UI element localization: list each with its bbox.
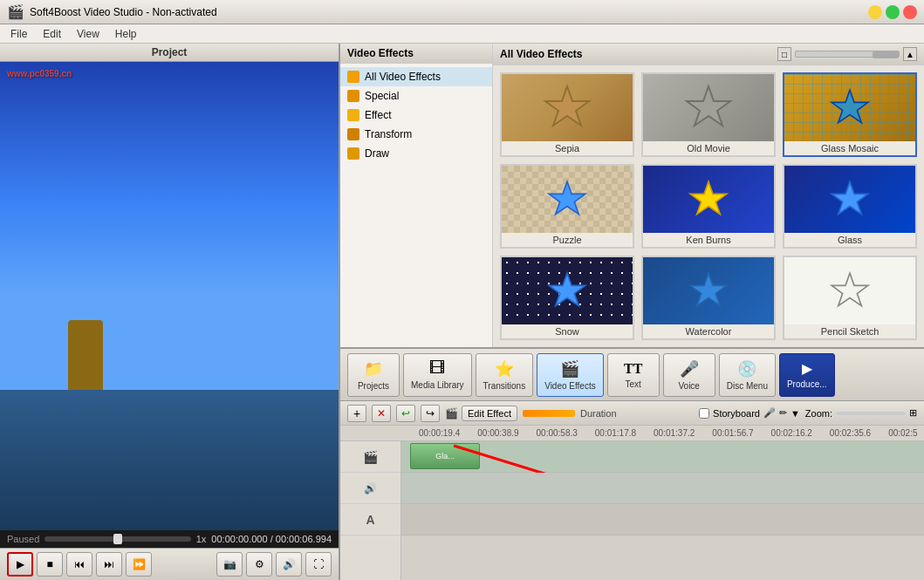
fullscreen-button[interactable]: ⛶ [305,552,332,577]
category-effect-icon [347,109,359,121]
track-labels: 🎬 🔊 A [340,441,401,580]
ruler-mark-4: 00:01:17.8 [578,428,636,438]
tool-disc-menu[interactable]: 💿 Disc Menu [719,353,776,397]
video-clip[interactable]: Gla... [410,443,480,469]
close-button[interactable] [903,5,917,19]
effect-category-all[interactable]: All Video Effects [340,67,492,86]
edit-effect-area: 🎬 Edit Effect [445,406,517,421]
prev-frame-button[interactable]: ⏮ [66,552,92,577]
playback-right-controls: 📷 ⚙ 🔊 ⛶ [216,552,332,577]
effects-scrollbar[interactable] [795,51,900,58]
effect-sepia-label: Sepia [502,141,633,155]
effect-pencil-sketch[interactable]: Pencil Sketch [783,256,917,340]
mic-icon: 🎤 [763,407,776,419]
effect-glass-label: Glass [784,233,915,247]
title-bar-left: 🎬 Soft4Boost Video Studio - Non-activate… [7,3,217,20]
track-row-text [401,504,924,536]
settings-button[interactable]: ⚙ [246,552,272,577]
effect-glass[interactable]: Glass [783,164,917,249]
track-row-video: Gla... [401,441,924,473]
audio-track-icon: 🔊 [364,482,377,495]
storyboard-checkbox[interactable] [699,408,709,419]
svg-marker-2 [832,90,868,123]
tool-produce[interactable]: ▶ Produce... [779,353,835,397]
scroll-up-btn[interactable]: ▲ [903,47,917,61]
menu-edit[interactable]: Edit [36,26,68,42]
menu-view[interactable]: View [70,26,106,42]
snapshot-button[interactable]: 📷 [216,552,243,577]
tool-voice[interactable]: 🎤 Voice [663,353,715,397]
tool-transitions[interactable]: ⭐ Transitions [476,353,534,397]
effect-snow[interactable]: Snow [500,256,634,340]
tl-delete-btn[interactable]: ✕ [372,405,391,422]
menu-file[interactable]: File [3,26,34,42]
category-effect-label: Effect [365,109,391,121]
ruler-mark-6: 00:01:56.7 [695,428,753,438]
pencil-dropdown-icon[interactable]: ▼ [791,408,800,419]
bottom-toolbar: 📁 Projects 🎞 Media Library ⭐ Transitions… [340,349,924,401]
track-label-text: A [340,504,400,536]
tool-text[interactable]: TT Text [607,353,660,397]
storyboard-area: Storyboard 🎤 ✏ ▼ [699,407,800,419]
stop-button[interactable]: ■ [37,552,63,577]
svg-marker-7 [690,273,727,306]
track-content: Gla... [401,441,924,580]
video-effects-label: Video Effects [544,381,596,391]
effects-grid-title: All Video Effects [500,48,582,60]
audio-button[interactable]: 🔊 [276,552,302,577]
effect-old-movie[interactable]: Old Movie [641,72,776,157]
effect-category-transform[interactable]: Transform [340,125,492,144]
effect-glass-mosaic[interactable]: Glass Mosaic [783,72,917,157]
minimize-button[interactable] [868,5,882,19]
right-panel: Video Effects All Video Effects Special … [340,44,924,580]
svg-marker-1 [687,86,730,126]
tool-projects[interactable]: 📁 Projects [347,353,400,397]
next-frame-button[interactable]: ⏭ [96,552,122,577]
desktop-screenshot [0,62,339,530]
svg-marker-5 [832,181,868,215]
ruler-mark-3: 00:00:58.3 [519,428,578,438]
tl-add-btn[interactable]: + [347,405,366,422]
effect-watercolor[interactable]: Watercolor [641,256,776,340]
watermark: www.pc0359.cn [7,69,72,78]
text-track-icon: A [366,513,374,527]
play-button[interactable]: ▶ [7,552,33,577]
progress-thumb[interactable] [113,534,122,544]
playback-status: Paused [7,534,39,544]
category-draw-label: Draw [365,147,389,160]
forward-button[interactable]: ⏩ [126,552,152,577]
progress-bar[interactable] [44,536,190,542]
edit-effect-button[interactable]: Edit Effect [462,406,517,421]
tl-undo-btn[interactable]: ↩ [396,405,415,422]
ruler-mark-5: 00:01:37.2 [636,428,695,438]
zoom-fit-icon[interactable]: ⊞ [909,407,917,419]
disc-menu-label: Disc Menu [727,381,768,391]
tool-media-library[interactable]: 🎞 Media Library [403,353,472,397]
effect-watercolor-label: Watercolor [643,324,774,338]
left-panel: Project www.pc0359.cn Paused 1x 00:00:00… [0,44,340,580]
category-draw-icon [347,147,359,160]
video-preview: www.pc0359.cn [0,62,339,530]
effect-pencil-sketch-preview [784,257,915,324]
effect-puzzle[interactable]: Puzzle [500,164,634,249]
effect-puzzle-preview [502,166,633,233]
effects-grid-header: All Video Effects □ ▲ [493,44,924,65]
effect-pencil-sketch-label: Pencil Sketch [784,324,915,338]
zoom-slider[interactable] [836,412,906,415]
effect-category-effect[interactable]: Effect [340,106,492,125]
effect-ken-burns[interactable]: Ken Burns [641,164,776,249]
effect-category-special[interactable]: Special [340,86,492,106]
maximize-button[interactable] [886,5,900,19]
tl-redo-btn[interactable]: ↪ [421,405,440,422]
playback-bar: ▶ ■ ⏮ ⏭ ⏩ 📷 ⚙ 🔊 ⛶ [0,548,339,580]
tool-video-effects[interactable]: 🎬 Video Effects [537,353,604,397]
menu-help[interactable]: Help [108,26,144,42]
pencil-icon: ✏ [779,407,787,419]
grid-view-btn[interactable]: □ [777,47,791,61]
effect-old-movie-label: Old Movie [643,141,774,155]
effect-sepia[interactable]: Sepia [500,72,634,157]
zoom-area: Zoom: ⊞ [805,407,917,419]
effect-category-draw[interactable]: Draw [340,144,492,163]
category-special-icon [347,90,359,102]
svg-marker-6 [549,273,585,306]
